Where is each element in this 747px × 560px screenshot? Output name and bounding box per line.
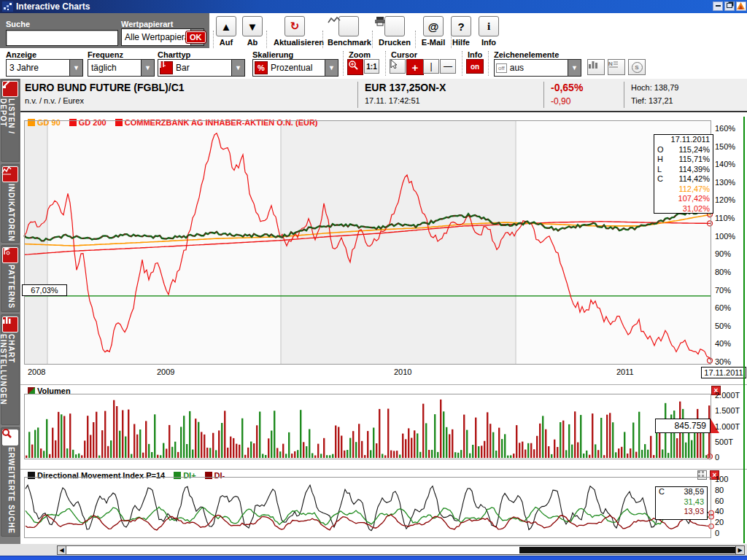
sidebar-tab-erweiterte-suche[interactable]: ERWEITERTE SUCHE (1, 427, 20, 537)
volume-y-tick: 1.500T (715, 406, 740, 415)
window-title: Interactive Charts (16, 1, 90, 12)
volume-y-tick: 1.000T (715, 422, 740, 431)
list-edit-icon (2, 81, 18, 97)
main-y-tick: 110% (715, 214, 735, 222)
printer-icon (384, 16, 405, 36)
skalierung-select[interactable]: % Prozentual ▼ (252, 59, 338, 77)
sidebar: LISTEN / DEPOT INDIKATOREN PATTERNS CHAR… (0, 79, 20, 544)
benchmark-button[interactable]: Benchmark (328, 16, 370, 47)
toolbar-main: Suche Wertpapierart Alle Wertpapierarten… (0, 13, 747, 49)
instrument-subtitle: n.v. / n.v. / Eurex (25, 96, 84, 105)
cursor-date-box: 17.11.2011 (701, 367, 746, 378)
dmi-plot[interactable] (24, 477, 711, 538)
restore-button[interactable] (724, 1, 735, 11)
ok-button[interactable]: OK (185, 31, 206, 44)
cursor-vline (743, 117, 745, 543)
main-y-tick: 160% (715, 124, 735, 133)
app-logo-button[interactable] (736, 1, 746, 11)
title-bar: Interactive Charts (0, 0, 747, 13)
zoom-label: Zoom (349, 50, 371, 59)
zeichenelemente-select[interactable]: off aus ▼ (494, 59, 581, 77)
instrument-timestamp: 17.11. 17:42:51 (365, 96, 420, 105)
percent-icon: % (255, 61, 268, 74)
help-button[interactable]: ? Hilfe (446, 16, 476, 47)
dmi-y-tick: 20 (715, 518, 724, 526)
tooltip-row: H115,71% (654, 155, 713, 165)
scroll-right-button[interactable]: ▶ (735, 545, 745, 555)
cursor-arrow-button[interactable] (390, 59, 406, 74)
ohlc-tooltip: 17.11.2011 O115,24%H115,71%L114,39%C114,… (654, 134, 713, 214)
main-x-tick: 2009 (157, 368, 174, 376)
instrument-change-abs: -0,90 (551, 96, 570, 106)
tooltip-row: O115,24% (654, 145, 713, 155)
print-button[interactable]: Drucken (374, 16, 415, 47)
zoom-in-icon[interactable] (347, 59, 363, 75)
tooltip-row: L114,39% (654, 165, 713, 175)
search-label: Suche (6, 20, 30, 28)
off-badge: off (496, 63, 507, 73)
chevron-down-icon[interactable]: ▼ (325, 60, 338, 76)
main-y-tick: 60% (715, 303, 731, 312)
search-input[interactable] (6, 30, 118, 46)
cursor-vline-button[interactable]: | (423, 59, 439, 74)
dmi-box-row: 31,43 (656, 497, 707, 508)
chevron-down-icon[interactable]: ▼ (69, 60, 82, 76)
scrollbar-thumb[interactable] (519, 547, 735, 553)
chevron-down-icon[interactable]: ▼ (231, 60, 244, 76)
chart-settings-icon (2, 316, 18, 332)
chevron-down-icon[interactable]: ▼ (141, 60, 154, 76)
sidebar-tab-listen-depot[interactable]: LISTEN / DEPOT (1, 79, 20, 162)
sidebar-tab-indikatoren[interactable]: INDIKATOREN (1, 164, 20, 243)
main-y-tick: 90% (715, 249, 731, 258)
splits-panel-button[interactable]: S (628, 59, 646, 75)
scroll-left-button[interactable]: ◀ (57, 545, 66, 555)
sidebar-tab-patterns[interactable]: PATTERNS (1, 245, 20, 312)
info-mode-label: Info (468, 50, 482, 59)
time-scrollbar: ◀ ▶ (0, 544, 747, 556)
tooltip-row: 31,02% (654, 204, 713, 214)
svg-text:N: N (608, 61, 613, 67)
news-panel-button[interactable]: N (608, 59, 625, 75)
indicator-chart-icon (2, 166, 18, 182)
window-bottom-border (0, 556, 747, 560)
instrument-high: Hoch: 138,79 (631, 83, 678, 92)
cursor-label: Cursor (391, 50, 417, 59)
zeichenelemente-label: Zeichenelemente (494, 50, 559, 59)
cursor-crosshair-button[interactable]: + (406, 59, 424, 75)
charttyp-value: Bar (173, 63, 231, 73)
refresh-icon: ↻ (285, 16, 305, 36)
skalierung-label: Skalierung (252, 50, 293, 59)
security-type-value: Alle Wertpapierarten (122, 32, 190, 42)
frequenz-value: täglich (88, 63, 141, 73)
dmi-y-tick: 40 (715, 507, 724, 516)
at-sign-icon: @ (423, 16, 444, 36)
pattern-flag-icon (2, 247, 18, 263)
charttyp-select[interactable]: Bar ▼ (158, 59, 245, 77)
volume-plot[interactable] (24, 394, 711, 459)
charttyp-label: Charttyp (158, 50, 190, 59)
zeichenelemente-value: aus (507, 63, 568, 73)
instrument-change-pct: -0,65% (551, 82, 583, 93)
cursor-hline-button[interactable]: — (440, 59, 456, 74)
refresh-button[interactable]: ↻ Aktualisieren (274, 16, 316, 47)
anzeige-select[interactable]: 3 Jahre ▼ (6, 59, 83, 77)
main-chart-plot[interactable] (24, 120, 711, 365)
sidebar-tab-chart-einstellungen[interactable]: CHART EINSTELLUNGEN (1, 314, 20, 425)
main-y-tick: 100% (715, 232, 735, 241)
frequenz-select[interactable]: täglich ▼ (88, 59, 155, 77)
info-toolbar-button[interactable]: i Info (474, 16, 503, 47)
chevron-down-icon[interactable]: ▼ (568, 60, 581, 76)
question-mark-icon: ? (451, 16, 471, 36)
minimize-button[interactable] (713, 1, 723, 11)
info-on-toggle[interactable]: on (466, 59, 484, 74)
instrument-name: EURO BUND FUTURE (FGBL)/C1 (25, 82, 185, 93)
main-y-tick: 70% (715, 286, 731, 295)
histogram-panel-button[interactable] (587, 59, 605, 75)
zoom-ratio-button[interactable]: 1:1 (364, 59, 379, 74)
anzeige-value: 3 Jahre (7, 63, 69, 73)
tooltip-row: 107,42% (654, 194, 713, 204)
anzeige-label: Anzeige (6, 50, 36, 59)
search-icon (2, 429, 18, 446)
volume-y-tick: 0 (715, 453, 719, 462)
main-y-tick: 40% (715, 339, 731, 348)
